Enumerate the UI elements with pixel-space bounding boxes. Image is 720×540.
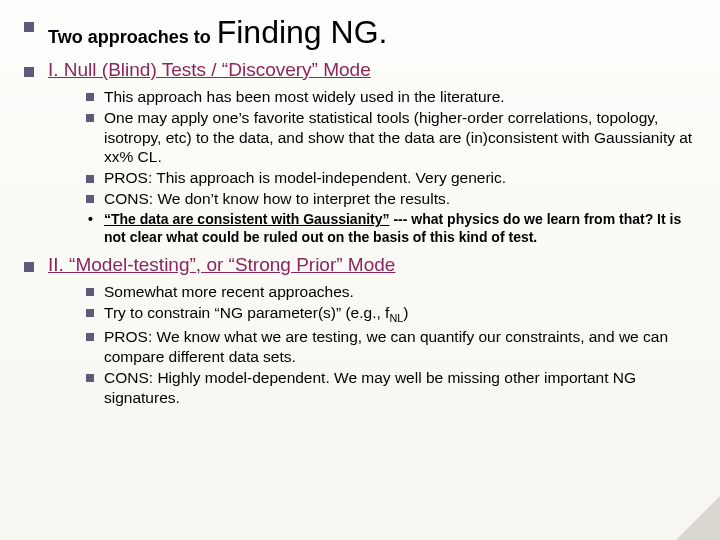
list-item: CONS: We don’t know how to interpret the…	[78, 189, 702, 209]
list-item: Try to constrain “NG parameter(s)” (e.g.…	[78, 303, 702, 326]
section-2: II. “Model-testing”, or “Strong Prior” M…	[18, 254, 702, 407]
title-row: Two approaches to Finding NG.	[48, 14, 702, 51]
section-1-subbullets: “The data are consistent with Gaussianit…	[78, 211, 702, 246]
section-1-heading: I. Null (Blind) Tests / “Discovery” Mode	[48, 59, 371, 81]
param-subscript: NL	[389, 312, 403, 324]
bullet-text: Somewhat more recent approaches.	[104, 283, 354, 300]
list-item: PROS: This approach is model-independent…	[78, 168, 702, 188]
section-2-bullets: Somewhat more recent approaches. Try to …	[78, 282, 702, 407]
bullet-text: PROS: This approach is model-independent…	[104, 169, 506, 186]
bullet-text: One may apply one’s favorite statistical…	[104, 109, 692, 166]
section-1-bullets: This approach has been most widely used …	[78, 87, 702, 209]
top-list: Two approaches to Finding NG. I. Null (B…	[18, 14, 702, 407]
title-item: Two approaches to Finding NG.	[18, 14, 702, 51]
list-item: PROS: We know what we are testing, we ca…	[78, 327, 702, 367]
corner-fold-decoration	[676, 496, 720, 540]
bullet-text: CONS: We don’t know how to interpret the…	[104, 190, 450, 207]
title-main: Finding NG.	[217, 14, 388, 51]
title-prefix: Two approaches to	[48, 27, 211, 48]
bullet-text: CONS: Highly model-dependent. We may wel…	[104, 369, 636, 406]
bullet-text: PROS: We know what we are testing, we ca…	[104, 328, 668, 365]
slide: Two approaches to Finding NG. I. Null (B…	[0, 0, 720, 540]
list-item: One may apply one’s favorite statistical…	[78, 108, 702, 167]
bullet-text: This approach has been most widely used …	[104, 88, 505, 105]
param-tail: )	[403, 304, 408, 321]
bullet-text: Try to constrain “NG parameter(s)” (e.g.…	[104, 304, 389, 321]
section-2-heading: II. “Model-testing”, or “Strong Prior” M…	[48, 254, 395, 276]
list-item: This approach has been most widely used …	[78, 87, 702, 107]
section-1: I. Null (Blind) Tests / “Discovery” Mode…	[18, 59, 702, 246]
quote-text: “The data are consistent with Gaussianit…	[104, 211, 390, 227]
list-item: CONS: Highly model-dependent. We may wel…	[78, 368, 702, 408]
list-item: “The data are consistent with Gaussianit…	[78, 211, 702, 246]
list-item: Somewhat more recent approaches.	[78, 282, 702, 302]
